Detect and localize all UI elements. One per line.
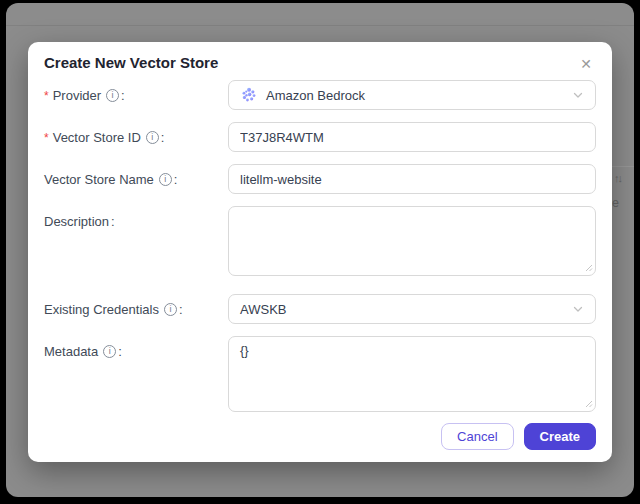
description-textarea[interactable] [228,206,596,276]
info-icon[interactable] [103,345,116,358]
metadata-label: Metadata : [44,336,228,359]
info-icon[interactable] [159,173,172,186]
label-colon: : [118,344,122,359]
provider-label-text: Provider [53,88,101,103]
background-header-divider [6,25,634,26]
bedrock-logo-icon [240,86,258,104]
vector-store-id-label: * Vector Store ID : [44,122,228,145]
description-row: Description : [44,206,596,276]
vector-store-name-label: Vector Store Name : [44,164,228,187]
label-colon: : [111,214,115,229]
metadata-textarea[interactable]: {} [228,336,596,412]
info-icon[interactable] [146,131,159,144]
vector-store-id-input[interactable] [228,122,596,152]
label-colon: : [179,302,183,317]
chevron-down-icon [572,303,584,315]
provider-row: * Provider : [44,80,596,110]
provider-select[interactable]: Amazon Bedrock [228,80,596,110]
existing-credentials-label: Existing Credentials : [44,294,228,317]
required-marker: * [44,131,49,145]
info-icon[interactable] [164,303,177,316]
vector-store-name-label-text: Vector Store Name [44,172,154,187]
resize-handle-icon[interactable] [583,262,593,272]
provider-label: * Provider : [44,80,228,103]
cancel-button[interactable]: Cancel [441,423,513,450]
close-icon[interactable]: ✕ [576,54,596,74]
label-colon: : [174,172,178,187]
vector-store-id-label-text: Vector Store ID [53,130,141,145]
vector-store-name-input[interactable] [228,164,596,194]
info-icon[interactable] [106,89,119,102]
modal-footer: Cancel Create [441,423,596,450]
description-label: Description : [44,206,228,229]
chevron-down-icon [572,89,584,101]
metadata-label-text: Metadata [44,344,98,359]
modal-title: Create New Vector Store [44,54,596,72]
description-label-text: Description [44,214,109,229]
create-vector-store-form: * Provider : [44,80,596,412]
label-colon: : [161,130,165,145]
vector-store-name-row: Vector Store Name : [44,164,596,194]
provider-select-value: Amazon Bedrock [266,88,365,103]
existing-credentials-row: Existing Credentials : AWSKB [44,294,596,324]
existing-credentials-select[interactable]: AWSKB [228,294,596,324]
sort-icon: ↑↓ [614,172,621,184]
existing-credentials-label-text: Existing Credentials [44,302,159,317]
label-colon: : [121,88,125,103]
vector-store-id-row: * Vector Store ID : [44,122,596,152]
metadata-row: Metadata : {} [44,336,596,412]
create-button[interactable]: Create [524,423,596,450]
existing-credentials-select-value: AWSKB [240,302,286,317]
resize-handle-icon[interactable] [583,398,593,408]
required-marker: * [44,89,49,103]
create-vector-store-modal: Create New Vector Store ✕ * Provider : [28,42,612,462]
